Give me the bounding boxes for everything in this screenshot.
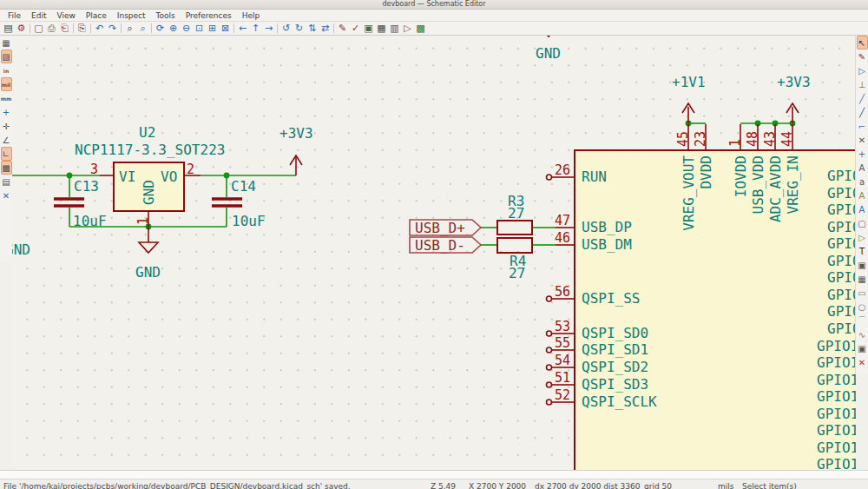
zoom-fit-icon[interactable]: ⊡: [193, 23, 206, 34]
add-wire-icon[interactable]: ╱: [857, 91, 868, 105]
ic-pin-gpio-label[interactable]: GPIO: [827, 202, 856, 218]
redo-icon[interactable]: ↷: [106, 23, 119, 34]
capacitor-c13[interactable]: C13 10uF: [54, 178, 107, 229]
resistor-r4[interactable]: R4 27: [497, 238, 532, 281]
ic-pin-gpio-label[interactable]: GPIO: [827, 287, 856, 303]
power-3v3-left-label[interactable]: +3V3: [279, 125, 313, 142]
units-mm-icon[interactable]: mm: [1, 91, 12, 105]
print-icon[interactable]: ⎙: [45, 23, 58, 34]
rotate-ccw-icon[interactable]: ↺: [279, 23, 293, 34]
gnd-symbol-bottom[interactable]: GND: [135, 227, 161, 281]
zoom-in-icon[interactable]: ⊕: [167, 23, 180, 34]
horizontal-scrollbar[interactable]: [0, 470, 868, 479]
r3-value[interactable]: 27: [508, 205, 524, 221]
angle-90-icon[interactable]: ∟: [1, 147, 12, 161]
textbox-icon[interactable]: ▣: [857, 258, 868, 272]
menu-inspect[interactable]: Inspect: [112, 11, 151, 20]
usb-dm-hier-text[interactable]: USB_D-: [415, 237, 465, 254]
usb-dp-hier-text[interactable]: USB_D+: [415, 220, 465, 236]
mirror-v-icon[interactable]: ⇅: [306, 23, 319, 34]
cursor-full-icon[interactable]: ✛: [1, 119, 12, 133]
menu-tools[interactable]: Tools: [151, 11, 181, 20]
ic-pin-gpio-label[interactable]: GPIO1: [817, 388, 856, 405]
circle-icon[interactable]: ○: [857, 300, 868, 314]
menu-view[interactable]: View: [52, 11, 81, 20]
arc-icon[interactable]: ⌒: [857, 314, 868, 327]
gnd-symbol-top[interactable]: GND: [536, 36, 561, 62]
ic-pin-gpio-label[interactable]: GPIO1: [817, 372, 856, 388]
image-icon[interactable]: ▣: [857, 341, 868, 355]
free-angle-icon[interactable]: ∠: [1, 133, 12, 147]
u2-ref[interactable]: U2: [139, 124, 155, 141]
ic-pin-gpio-label[interactable]: GPIO: [827, 269, 856, 286]
zoom-out-icon[interactable]: ⊖: [180, 23, 193, 34]
units-inch-icon[interactable]: in: [1, 63, 12, 77]
menu-preferences[interactable]: Preferences: [181, 11, 237, 20]
bezier-icon[interactable]: ∿: [857, 327, 868, 341]
power-3v3-regulator[interactable]: +3V3: [279, 125, 313, 175]
ic-pin-gpio-label[interactable]: GPIO1: [817, 338, 856, 354]
gnd-left-label[interactable]: GND: [12, 241, 30, 258]
hierarchy-nav-icon[interactable]: ▤: [1, 175, 12, 188]
units-mil-icon[interactable]: mil: [1, 77, 12, 91]
assign-footprints-icon[interactable]: ▣: [362, 23, 375, 34]
delete-icon[interactable]: ✕: [857, 355, 868, 369]
nav-forward-icon[interactable]: →: [262, 23, 275, 34]
power-3v3-right-label[interactable]: +3V3: [777, 74, 811, 90]
grid-dots-icon[interactable]: ▦: [1, 36, 12, 50]
menu-file[interactable]: File: [3, 11, 26, 20]
ic-pin-gpio-label[interactable]: GPIO: [827, 168, 856, 184]
capacitor-c14[interactable]: C14 10uF: [212, 178, 266, 229]
c13-value[interactable]: 10uF: [73, 213, 107, 229]
add-symbol-icon[interactable]: ▷: [857, 63, 868, 77]
zoom-selection-icon[interactable]: ⊠: [219, 23, 232, 34]
bom-icon[interactable]: ▥: [388, 23, 401, 34]
net-class-icon[interactable]: a: [857, 175, 868, 188]
global-label-icon[interactable]: A: [857, 202, 868, 216]
ic-pin-gpio-label[interactable]: GPIO: [827, 253, 856, 269]
mirror-h-icon[interactable]: ⇄: [319, 23, 332, 34]
grid-override-icon[interactable]: ▨: [1, 50, 12, 63]
ic-pin-gpio-label[interactable]: GPIO1: [817, 456, 856, 470]
c14-value[interactable]: 10uF: [232, 213, 266, 229]
ic-pin-gpio-label[interactable]: GPIO1: [817, 406, 856, 422]
gnd-top-label[interactable]: GND: [536, 45, 561, 62]
ic-pin-gpio-label[interactable]: GPIO1: [817, 354, 856, 371]
ic-pin-gpio-label[interactable]: GPIO: [827, 185, 856, 202]
c13-ref[interactable]: C13: [74, 178, 99, 195]
table-icon[interactable]: ▦: [857, 272, 868, 286]
save-icon[interactable]: ▤: [2, 23, 15, 34]
no-connect-icon[interactable]: ✕: [857, 133, 868, 147]
gnd-bottom-label[interactable]: GND: [135, 264, 161, 281]
ic-pin-gpio-label[interactable]: GPIO: [827, 320, 856, 337]
resistor-r3[interactable]: R3 27: [497, 193, 532, 235]
menu-place[interactable]: Place: [81, 11, 112, 20]
ic-pin-gpio-label[interactable]: GPIO: [827, 219, 856, 235]
sheet-icon[interactable]: ▢: [857, 216, 868, 230]
schematic-setup-icon[interactable]: ⚙: [15, 23, 28, 34]
ic-pin-gpio-label[interactable]: GPIO1: [817, 439, 856, 456]
hier-label-icon[interactable]: A: [857, 188, 868, 202]
u2-value[interactable]: NCP1117-3.3_SOT223: [75, 142, 225, 158]
edit-fields-icon[interactable]: ▦: [375, 23, 388, 34]
c14-ref[interactable]: C14: [231, 178, 256, 195]
r4-value[interactable]: 27: [509, 265, 525, 281]
paste-icon[interactable]: ⎘: [76, 23, 89, 34]
power-1v1[interactable]: +1V1: [672, 74, 706, 123]
select-tool-icon[interactable]: ↖: [857, 36, 868, 50]
find-replace-icon[interactable]: ⌕: [136, 23, 149, 34]
ic-pin-gpio-label[interactable]: GPIO: [827, 235, 856, 252]
ic-pin-gpio-label[interactable]: GPIO: [827, 303, 856, 320]
text-icon[interactable]: T: [857, 244, 868, 258]
erc-icon[interactable]: ✓: [349, 23, 362, 34]
refresh-icon[interactable]: ⟳: [154, 23, 167, 34]
close-hierarchy-icon[interactable]: ✕: [1, 188, 12, 202]
add-power-icon[interactable]: ⊥: [857, 77, 868, 91]
snap-mode-icon[interactable]: ▩: [1, 161, 12, 175]
hier-label-usb-dp[interactable]: USB_D+: [410, 220, 481, 236]
rotate-cw-icon[interactable]: ↻: [293, 23, 306, 34]
power-3v3-ic[interactable]: +3V3: [777, 74, 811, 123]
ic-body[interactable]: [575, 150, 856, 470]
bus-entry-icon[interactable]: ⌐: [857, 119, 868, 133]
menu-help[interactable]: Help: [237, 11, 266, 20]
